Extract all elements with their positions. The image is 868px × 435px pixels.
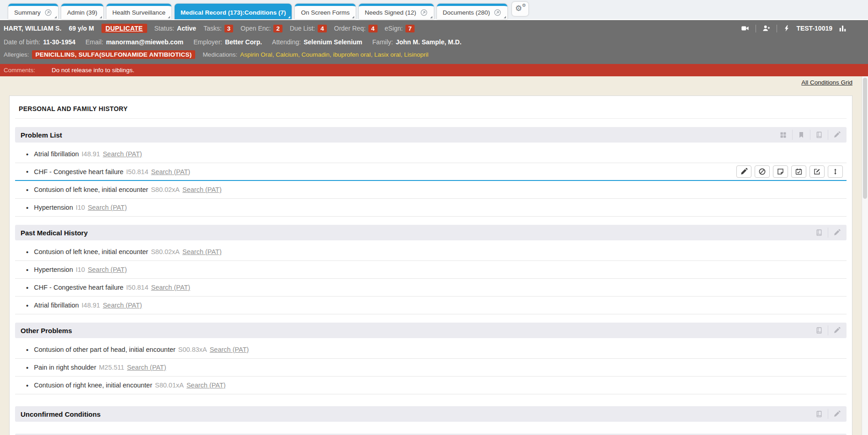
tab-admin[interactable]: Admin (39) [61, 4, 103, 19]
patient-status-row: HART, WILLIAM S. 69 y/o M DUPLICATE Stat… [0, 22, 868, 34]
condition-row[interactable]: Hypertension I10 Search (PAT) [15, 199, 847, 217]
panel-title: PERSONAL AND FAMILY HISTORY [15, 101, 847, 119]
tab-label: On Screen Forms [301, 9, 350, 16]
history-book-button[interactable] [810, 325, 828, 335]
search-pat-link[interactable]: Search (PAT) [186, 382, 226, 389]
divider [756, 25, 756, 32]
history-book-button[interactable] [810, 409, 828, 419]
open-in-new-icon[interactable] [494, 9, 501, 16]
medication-link[interactable]: Lasix oral [374, 51, 404, 58]
reorder-condition-button[interactable] [828, 165, 843, 178]
condition-row[interactable]: Atrial fibrillation I48.91 Search (PAT) [15, 145, 847, 163]
condition-row[interactable]: Hypertension I10 Search (PAT) [15, 261, 847, 279]
grid-view-button[interactable] [774, 130, 792, 140]
search-pat-link[interactable]: Search (PAT) [88, 204, 127, 211]
search-pat-link[interactable]: Search (PAT) [182, 186, 222, 193]
condition-row[interactable]: Contusion of right knee, initial encount… [15, 377, 847, 394]
lightning-bolt-icon[interactable] [783, 24, 790, 32]
medication-link[interactable]: Aspirin Oral [240, 51, 276, 58]
esign-count-badge[interactable]: 7 [405, 25, 415, 32]
medication-links: Aspirin OralCalciumCoumadinibuprofen ora… [240, 51, 428, 58]
tasks-count-badge[interactable]: 3 [224, 25, 234, 32]
tab-documents[interactable]: Documents (280) [437, 4, 508, 19]
edit-section-button[interactable] [828, 228, 846, 238]
chart-tab-bar: Summary Admin (39) Health Surveillance M… [0, 0, 868, 20]
allergy-badge[interactable]: PENICILLINS, SULFA(SULFONAMIDE ANTIBIOTI… [32, 50, 196, 59]
personal-family-history-panel: PERSONAL AND FAMILY HISTORY Problem List [9, 95, 852, 435]
section-header: Problem List [15, 127, 847, 143]
section-header: Unconfirmed Conditions [15, 406, 847, 422]
annotate-condition-button[interactable] [809, 165, 825, 178]
calendar-check-icon [795, 168, 803, 175]
order-req-count-badge[interactable]: 4 [368, 25, 378, 32]
condition-row[interactable]: Pain in right shoulder M25.511 Search (P… [15, 359, 847, 377]
tab-on-screen-forms[interactable]: On Screen Forms [295, 4, 356, 19]
open-enc-count-badge[interactable]: 2 [273, 25, 282, 32]
pencil-icon [833, 410, 841, 418]
pencil-icon [740, 168, 748, 175]
tab-needs-signed[interactable]: Needs Signed (12) [359, 4, 434, 19]
search-pat-link[interactable]: Search (PAT) [151, 284, 190, 291]
settings-gears-button[interactable] [512, 2, 528, 16]
search-pat-link[interactable]: Search (PAT) [103, 302, 142, 309]
medication-link[interactable]: Coumadin [302, 51, 333, 58]
duplicate-badge[interactable]: DUPLICATE [101, 24, 147, 33]
video-camera-icon[interactable] [740, 24, 750, 32]
all-conditions-grid-link[interactable]: All Conditions Grid [801, 79, 852, 86]
search-pat-link[interactable]: Search (PAT) [151, 168, 190, 175]
add-note-button[interactable] [773, 165, 788, 178]
due-list-count-badge[interactable]: 4 [318, 25, 327, 32]
section-toolbar [810, 228, 846, 238]
medication-link[interactable]: Lisinopril [404, 51, 428, 58]
tab-label: Summary [14, 9, 41, 16]
condition-row-hovered[interactable]: CHF - Congestive heart failure I50.814 S… [15, 163, 847, 181]
medication-link[interactable]: ibuprofen oral [333, 51, 374, 58]
condition-row[interactable]: Contusion of left knee, initial encounte… [15, 181, 847, 199]
tab-medical-record-conditions[interactable]: Medical Record (173):Conditions (7) [175, 4, 292, 19]
bar-chart-icon[interactable] [838, 24, 847, 32]
book-icon [815, 229, 823, 236]
section-title: Unconfirmed Conditions [21, 410, 101, 418]
scrollbar-thumb[interactable] [863, 78, 867, 199]
section-title: Problem List [21, 131, 62, 139]
history-book-button[interactable] [810, 130, 828, 140]
tab-label: Needs Signed (12) [365, 9, 416, 16]
person-plus-icon[interactable] [762, 24, 771, 32]
vertical-scrollbar[interactable] [862, 76, 868, 435]
patient-record-id: TEST-10019 [796, 25, 832, 32]
edit-section-button[interactable] [828, 325, 846, 335]
section-past-medical-history: Past Medical History Contusion of left k… [15, 225, 847, 314]
allergies-medications-row: Allergies: PENICILLINS, SULFA(SULFONAMID… [0, 49, 868, 60]
section-title: Past Medical History [21, 229, 88, 237]
bookmark-button[interactable] [792, 130, 810, 140]
medication-link[interactable]: Calcium [276, 51, 301, 58]
tab-label: Documents (280) [443, 9, 490, 16]
open-in-new-icon[interactable] [44, 9, 52, 16]
edit-section-button[interactable] [828, 130, 846, 140]
condition-row[interactable]: CHF - Congestive heart failure I50.814 S… [15, 279, 847, 297]
search-pat-link[interactable]: Search (PAT) [210, 346, 249, 353]
tab-summary[interactable]: Summary [8, 4, 58, 19]
conditions-page: All Conditions Grid PERSONAL AND FAMILY … [0, 76, 868, 435]
condition-row[interactable]: Contusion of left knee, initial encounte… [15, 243, 847, 261]
schedule-calendar-button[interactable] [791, 165, 806, 178]
history-book-button[interactable] [810, 228, 828, 238]
search-pat-link[interactable]: Search (PAT) [127, 364, 166, 371]
medications-field: Medications: Aspirin OralCalciumCoumadin… [202, 51, 428, 58]
edit-section-button[interactable] [828, 409, 846, 419]
patient-name: HART, WILLIAM S. [4, 25, 61, 32]
tab-health-surveillance[interactable]: Health Surveillance [107, 4, 171, 19]
section-header: Past Medical History [15, 225, 847, 240]
search-pat-link[interactable]: Search (PAT) [103, 150, 142, 158]
condition-row[interactable]: Contusion of other part of head, initial… [15, 341, 847, 359]
search-pat-link[interactable]: Search (PAT) [182, 248, 222, 255]
inactivate-condition-button[interactable] [755, 165, 770, 178]
search-pat-link[interactable]: Search (PAT) [88, 266, 127, 273]
edit-condition-button[interactable] [736, 165, 751, 178]
status-field: Status: Active [154, 25, 197, 32]
resize-vertical-icon [832, 168, 839, 175]
condition-row[interactable]: Atrial fibrillation I48.91 Search (PAT) [15, 297, 847, 314]
open-in-new-icon[interactable] [420, 9, 428, 16]
ban-icon [758, 168, 766, 175]
section-header: Other Problems [15, 323, 847, 338]
